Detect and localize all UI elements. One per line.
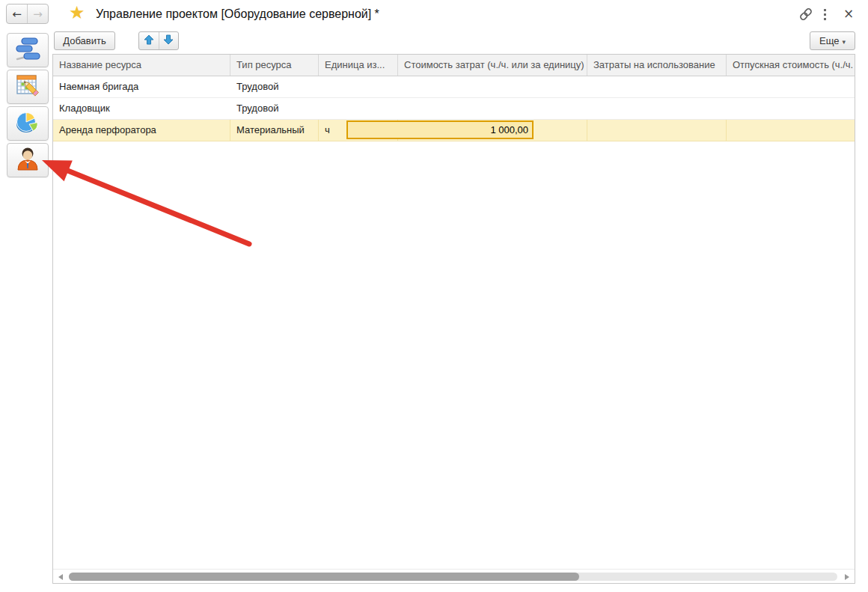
column-header-usage-cost[interactable]: Затраты на использование xyxy=(587,55,727,76)
table-header-row: Название ресурса Тип ресурса Единица из.… xyxy=(53,55,855,76)
cell-selling-cost[interactable] xyxy=(727,76,855,97)
move-buttons-group xyxy=(138,31,179,50)
app-window: ← → ★ Управление проектом [Оборудование … xyxy=(0,0,868,592)
table-row[interactable]: Наемная бригада Трудовой xyxy=(53,76,855,98)
cell-cost[interactable] xyxy=(398,98,587,119)
cell-usage-cost[interactable] xyxy=(587,76,727,97)
pie-chart-icon xyxy=(14,109,41,138)
cell-usage-cost[interactable] xyxy=(587,120,727,141)
horizontal-scrollbar[interactable] xyxy=(53,569,855,583)
cell-cost[interactable] xyxy=(398,76,587,97)
page-title: Управление проектом [Оборудование сервер… xyxy=(96,0,379,28)
history-nav: ← → xyxy=(6,4,49,24)
arrow-down-icon xyxy=(162,34,174,49)
column-header-selling-cost[interactable]: Отпускная стоимость (ч./ч. xyxy=(727,55,855,76)
back-button[interactable]: ← xyxy=(7,4,27,23)
cell-resource-name[interactable]: Кладовщик xyxy=(53,98,230,119)
table-row[interactable]: Кладовщик Трудовой xyxy=(53,98,855,120)
cell-resource-type[interactable]: Трудовой xyxy=(230,76,319,97)
cell-selling-cost[interactable] xyxy=(727,98,855,119)
cell-unit[interactable] xyxy=(319,76,398,97)
get-link-icon[interactable] xyxy=(798,6,814,22)
column-header-unit[interactable]: Единица из... xyxy=(319,55,398,76)
column-header-resource-name[interactable]: Название ресурса xyxy=(53,55,230,76)
cell-usage-cost[interactable] xyxy=(587,98,727,119)
sidebar-schedule-button[interactable] xyxy=(7,70,49,104)
calendar-edit-icon xyxy=(14,72,41,102)
more-button[interactable]: Еще▾ xyxy=(810,31,855,50)
scrollbar-track[interactable] xyxy=(69,573,837,581)
close-icon[interactable]: × xyxy=(840,4,858,23)
caret-down-icon: ▾ xyxy=(842,38,846,46)
arrow-up-icon xyxy=(143,34,155,49)
cost-edit-input[interactable] xyxy=(346,120,534,139)
cell-resource-name[interactable]: Наемная бригада xyxy=(53,76,230,97)
move-up-button[interactable] xyxy=(139,32,159,49)
scroll-right-icon[interactable] xyxy=(845,574,849,580)
sidebar-gantt-button[interactable] xyxy=(7,33,49,67)
move-down-button[interactable] xyxy=(159,32,179,49)
cell-resource-type[interactable]: Материальный xyxy=(230,120,319,141)
scroll-left-icon[interactable] xyxy=(58,574,63,580)
more-menu-icon[interactable] xyxy=(821,7,828,22)
scrollbar-thumb[interactable] xyxy=(69,573,579,581)
cell-selling-cost[interactable] xyxy=(727,120,855,141)
add-button[interactable]: Добавить xyxy=(54,31,115,50)
favorite-star-icon[interactable]: ★ xyxy=(69,2,85,23)
column-header-resource-type[interactable]: Тип ресурса xyxy=(230,55,319,76)
cell-unit[interactable] xyxy=(319,98,398,119)
forward-button[interactable]: → xyxy=(27,4,48,23)
sidebar-resources-button[interactable] xyxy=(7,143,49,177)
person-icon xyxy=(14,145,41,175)
gantt-chart-icon xyxy=(14,35,41,65)
cell-resource-type[interactable]: Трудовой xyxy=(230,98,319,119)
cell-resource-name[interactable]: Аренда перфоратора xyxy=(53,120,230,141)
sidebar-report-button[interactable] xyxy=(7,106,49,141)
column-header-cost[interactable]: Стоимость затрат (ч./ч. или за единицу) xyxy=(398,55,587,76)
titlebar: ← → ★ Управление проектом [Оборудование … xyxy=(0,0,868,28)
more-button-label: Еще xyxy=(819,35,839,46)
